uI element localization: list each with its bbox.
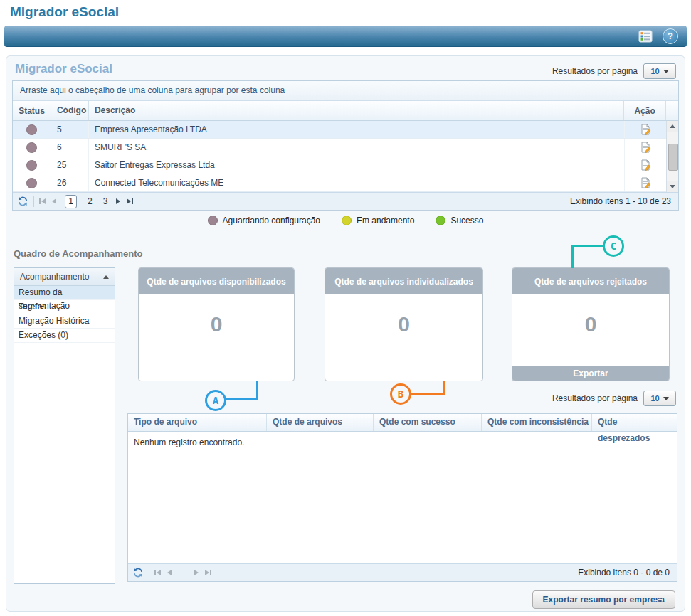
first-page-button[interactable] xyxy=(39,198,46,204)
refresh-icon[interactable] xyxy=(132,567,144,578)
edit-record-icon[interactable] xyxy=(625,156,667,174)
cell-descricao: SMURF'S SA xyxy=(89,139,625,156)
exportar-resumo-por-empresa-button[interactable]: Exportar resumo por empresa xyxy=(532,590,675,609)
callout-c-badge: C xyxy=(603,235,624,257)
column-header-acao[interactable]: Ação xyxy=(624,101,666,120)
first-page-button[interactable] xyxy=(154,570,161,575)
column-header-spacer xyxy=(665,414,677,431)
column-header-qtde-de-arquivos[interactable]: Qtde de arquivos xyxy=(267,414,374,431)
legend-item: Aguardando configuração xyxy=(208,216,320,225)
card-arquivos-disponibilizados: Qtde de arquivos disponibilizados 0 xyxy=(138,267,295,381)
cell-codigo: 25 xyxy=(51,156,89,174)
help-icon[interactable]: ? xyxy=(663,28,678,44)
next-page-button[interactable] xyxy=(116,198,120,204)
divider xyxy=(33,196,34,207)
legend-item: Sucesso xyxy=(436,216,483,225)
files-table: Tipo de arquivo Qtde de arquivos Qtde co… xyxy=(127,413,677,582)
column-header-tipo-de-arquivo[interactable]: Tipo de arquivo xyxy=(128,414,267,431)
group-by-drop-zone[interactable]: Arraste aqui o cabeçalho de uma coluna p… xyxy=(13,81,678,101)
companies-pagination-bar: 1 2 3 Exibindo itens 1 - 10 de 23 xyxy=(13,192,678,210)
status-dot-icon xyxy=(26,160,37,171)
page-number-current[interactable]: 1 xyxy=(65,195,77,208)
sidebar-item-excecoes[interactable]: Exceções (0) xyxy=(14,329,115,343)
prev-page-button[interactable] xyxy=(167,570,172,575)
status-aguardando-icon xyxy=(208,216,218,225)
panel-heading: Migrador eSocial xyxy=(15,62,112,76)
edit-record-icon[interactable] xyxy=(625,121,667,138)
table-row[interactable]: 6 SMURF'S SA xyxy=(13,139,678,156)
sidebar-header-acompanhamento[interactable]: Acompanhamento xyxy=(14,268,115,286)
page-number[interactable]: 2 xyxy=(88,196,93,206)
column-header-codigo[interactable]: Código xyxy=(51,101,89,120)
legend-item: Em andamento xyxy=(342,216,414,225)
card-arquivos-individualizados: Qtde de arquivos individualizados 0 xyxy=(325,267,483,381)
cell-descricao: Empresa Apresentação LTDA xyxy=(89,121,625,138)
status-dot-icon xyxy=(26,178,37,188)
page-title: Migrador eSocial xyxy=(10,4,119,20)
card-arquivos-rejeitados: Qtde de arquivos rejeitados 0 Exportar xyxy=(512,267,670,381)
migrador-esocial-app: Migrador eSocial ? Migrador eSocial Resu… xyxy=(0,0,691,616)
column-header-qtde-com-inconsistencia[interactable]: Qtde com inconsistência xyxy=(482,414,592,431)
status-dot-icon xyxy=(26,124,37,135)
results-per-page-label: Resultados por página xyxy=(552,393,638,403)
pager-nav: 1 2 3 xyxy=(39,195,133,208)
sidebar-item-resumo-da-segmentacao[interactable]: Resumo da segmentação xyxy=(14,286,115,300)
files-table-empty-message: Nenhum registro encontrado. xyxy=(128,432,677,563)
table-row[interactable]: 26 Connected Telecomunicações ME xyxy=(13,174,678,192)
files-table-header: Tipo de arquivo Qtde de arquivos Qtde co… xyxy=(128,414,677,432)
chevron-down-icon xyxy=(663,70,669,73)
results-per-page-label: Resultados por página xyxy=(552,66,638,76)
pagination-summary: Exibindo itens 0 - 0 de 0 xyxy=(578,568,672,578)
callout-b-badge: B xyxy=(390,383,411,405)
main-panel: Migrador eSocial Resultados por página 1… xyxy=(6,55,685,612)
sidebar-item-migracao-historica[interactable]: Migração Histórica xyxy=(14,314,115,329)
files-pagination-bar: Exibindo itens 0 - 0 de 0 xyxy=(128,563,677,581)
pagination-summary: Exibindo itens 1 - 10 de 23 xyxy=(570,196,674,206)
top-toolbar: ? xyxy=(4,26,687,47)
scrollbar-thumb[interactable] xyxy=(668,144,678,171)
callout-b-line xyxy=(411,393,445,395)
results-per-page-dropdown[interactable]: 10 xyxy=(643,63,676,79)
column-header-qtde-desprezados[interactable]: Qtde desprezados xyxy=(592,414,665,431)
next-page-button[interactable] xyxy=(194,570,199,575)
companies-table-header: Status Código Descrição Ação xyxy=(13,101,678,121)
divider xyxy=(149,567,149,578)
column-header-qtde-com-sucesso[interactable]: Qtde com sucesso xyxy=(374,414,482,431)
last-page-button[interactable] xyxy=(205,570,211,575)
table-row[interactable]: 5 Empresa Apresentação LTDA xyxy=(13,121,678,139)
card-value: 0 xyxy=(512,312,669,336)
callout-c-line xyxy=(571,245,574,268)
scroll-down-icon[interactable] xyxy=(667,181,678,192)
chevron-down-icon xyxy=(663,397,669,400)
card-title: Qtde de arquivos disponibilizados xyxy=(139,268,294,294)
status-dot-icon xyxy=(26,142,37,153)
edit-record-icon[interactable] xyxy=(625,139,667,156)
callout-a-line xyxy=(256,381,258,400)
tracking-sidebar: Acompanhamento Resumo da segmentação Tar… xyxy=(14,267,115,584)
callout-c-line xyxy=(571,245,603,247)
companies-table-rows: 5 Empresa Apresentação LTDA 6 SMURF'S SA xyxy=(13,121,678,192)
results-per-page-top: Resultados por página 10 xyxy=(552,63,676,79)
card-title: Qtde de arquivos rejeitados xyxy=(512,268,669,294)
report-list-icon[interactable] xyxy=(638,30,653,43)
exportar-button[interactable]: Exportar xyxy=(512,366,669,381)
vertical-scrollbar[interactable] xyxy=(666,121,678,192)
card-title: Qtde de arquivos individualizados xyxy=(325,268,482,294)
card-value: 0 xyxy=(325,312,482,336)
results-per-page-dropdown[interactable]: 10 xyxy=(643,391,676,406)
callout-a-badge: A xyxy=(205,390,226,411)
refresh-icon[interactable] xyxy=(17,196,28,207)
status-legend: Aguardando configuração Em andamento Suc… xyxy=(6,216,685,225)
table-row[interactable]: 25 Saitor Entregas Expressas Ltda xyxy=(13,156,678,174)
status-sucesso-icon xyxy=(436,216,445,225)
pager-nav xyxy=(154,570,211,575)
page-number[interactable]: 3 xyxy=(103,196,108,206)
scroll-up-icon[interactable] xyxy=(667,121,678,132)
prev-page-button[interactable] xyxy=(52,198,56,204)
cell-codigo: 26 xyxy=(51,174,89,191)
edit-record-icon[interactable] xyxy=(625,174,667,191)
column-header-descricao[interactable]: Descrição xyxy=(89,101,624,120)
cell-descricao: Connected Telecomunicações ME xyxy=(89,174,625,191)
last-page-button[interactable] xyxy=(127,198,133,204)
column-header-status[interactable]: Status xyxy=(13,101,51,120)
